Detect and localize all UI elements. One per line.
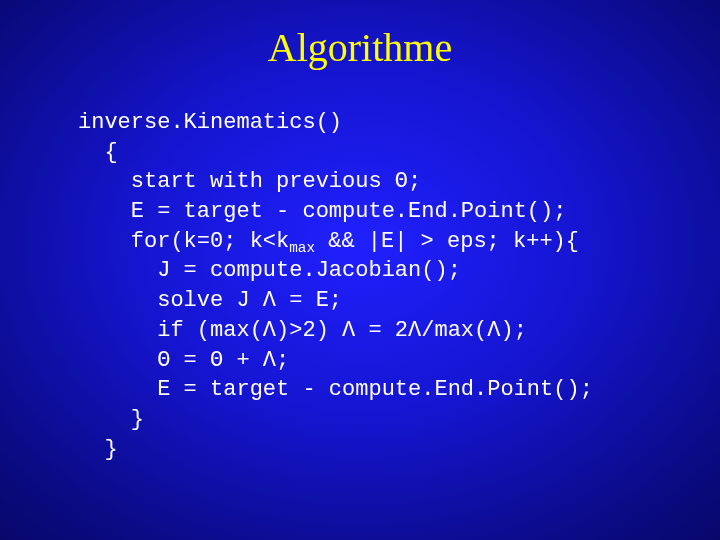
code-line-12: } [78, 437, 118, 462]
code-line-7: solve J Λ = E; [78, 288, 342, 313]
code-line-11: } [78, 407, 144, 432]
code-line-4: E = target - compute.End.Point(); [78, 199, 566, 224]
code-line-5b: && |E| > eps; k++){ [315, 229, 579, 254]
slide-title: Algorithme [0, 24, 720, 71]
code-line-10: E = target - compute.End.Point(); [78, 377, 593, 402]
code-line-5a: for(k=0; k<k [78, 229, 289, 254]
code-line-5-sub: max [289, 240, 315, 256]
code-line-9: Θ = Θ + Λ; [78, 348, 289, 373]
algorithm-code: inverse.Kinematics() { start with previo… [78, 108, 593, 464]
code-line-1: inverse.Kinematics() [78, 110, 342, 135]
code-line-3: start with previous Θ; [78, 169, 421, 194]
code-line-6: J = compute.Jacobian(); [78, 258, 461, 283]
code-line-2: { [78, 140, 118, 165]
code-line-8: if (max(Λ)>2) Λ = 2Λ/max(Λ); [78, 318, 527, 343]
